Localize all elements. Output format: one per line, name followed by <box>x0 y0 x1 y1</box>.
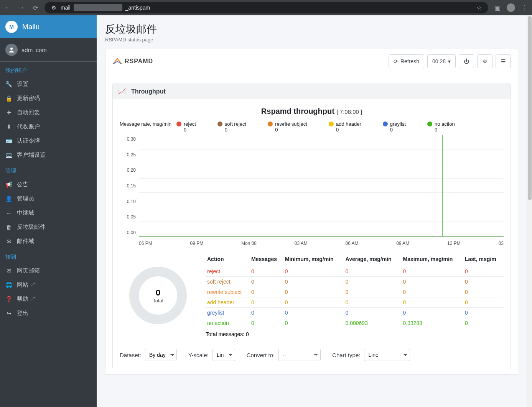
legend-name: soft reject <box>225 121 246 127</box>
refresh-label: Refresh <box>400 58 419 64</box>
table-cell: 0 <box>344 277 402 287</box>
legend-dot <box>427 121 432 126</box>
sidebar-item[interactable]: 🔒更新密码 <box>0 91 97 105</box>
sidebar-item-label: 代收账户 <box>17 123 40 130</box>
hamburger-icon: ☰ <box>501 58 506 64</box>
legend-item[interactable]: rewrite subject0 <box>268 121 307 133</box>
legend-item[interactable]: reject0 <box>176 121 196 133</box>
settings-button[interactable]: ⚙ <box>477 54 492 68</box>
sidebar-item-label: 公告 <box>17 181 28 188</box>
browser-toolbar: ← → ⟳ ⚙ mail x _antispam ☆ ▣ ⋮ <box>0 0 532 15</box>
table-header: Last, msg/m <box>463 254 504 266</box>
plane-icon: ✈ <box>5 109 12 116</box>
address-bar[interactable]: ⚙ mail x _antispam ☆ <box>44 2 488 13</box>
sidebar-item[interactable]: 🌐网站 ↗ <box>0 278 97 292</box>
panel-title: Throughput <box>131 88 166 95</box>
globe-icon: 🌐 <box>5 282 12 289</box>
chart-title: Rspamd throughput [ 7:08:00 ] <box>120 107 504 116</box>
table-cell: 0 <box>402 297 463 308</box>
sidebar-item[interactable]: ↪登出 <box>0 306 97 320</box>
table-cell: 0 <box>463 297 504 308</box>
sidebar-item[interactable]: ❓帮助 ↗ <box>0 292 97 306</box>
menu-icon[interactable]: ⋮ <box>520 3 529 12</box>
brand-logo: M <box>5 21 18 33</box>
url-prefix: mail <box>61 5 71 11</box>
table-cell: 0 <box>344 287 402 297</box>
sidebar-item[interactable]: 🔧设置 <box>0 77 97 91</box>
sidebar: M Mailu adm .com 我的账户🔧设置🔒更新密码✈自动回复⬇代收账户🪪… <box>0 15 97 407</box>
convert-select[interactable]: -- <box>278 349 321 361</box>
legend-name: greylist <box>390 121 406 127</box>
table-cell: add header <box>206 297 250 308</box>
refresh-button[interactable]: ⟳ Refresh <box>389 54 424 68</box>
dataset-select[interactable]: By day <box>145 349 177 361</box>
table-cell: 0 <box>402 308 463 318</box>
y-tick: 0.30 <box>127 136 136 142</box>
sidebar-item-label: 反垃圾邮件 <box>17 223 46 231</box>
table-header: Messages <box>250 254 283 266</box>
sidebar-item[interactable]: ✈自动回复 <box>0 105 97 120</box>
table-cell: 0 <box>283 287 344 297</box>
scrollbar[interactable] <box>527 15 532 407</box>
sidebar-item[interactable]: ✉网页邮箱 <box>0 264 97 278</box>
legend-item[interactable]: no action0 <box>427 121 455 133</box>
sidebar-item-label: 登出 <box>17 310 28 317</box>
legend-item[interactable]: greylist0 <box>383 121 406 133</box>
countdown-value: 00:28 <box>432 58 446 64</box>
nav-section-title: 管理 <box>0 162 97 177</box>
sidebar-item[interactable]: ✉邮件域 <box>0 234 97 248</box>
user-email: adm .com <box>21 47 47 53</box>
y-tick: 0.05 <box>127 214 136 220</box>
table-cell: 0 <box>283 266 344 277</box>
power-button[interactable]: ⏻ <box>459 54 474 68</box>
charttype-select[interactable]: Line <box>364 349 410 361</box>
sidebar-item-label: 自动回复 <box>17 109 40 116</box>
table-cell: 0 <box>344 266 402 277</box>
sidebar-item[interactable]: 📢公告 <box>0 177 97 192</box>
table-cell: 0 <box>250 318 283 328</box>
table-cell: 0 <box>283 308 344 318</box>
table-cell: 0 <box>250 297 283 308</box>
user-icon: 👤 <box>5 195 12 202</box>
hamburger-button[interactable]: ☰ <box>496 54 511 68</box>
legend-dot <box>383 121 388 126</box>
extensions-icon[interactable]: ▣ <box>493 3 502 12</box>
main: 反垃圾邮件 RSPAMD status page RSPAMD ⟳ Refres… <box>97 15 532 407</box>
user-row[interactable]: adm .com <box>0 38 97 62</box>
table-cell: 0 <box>463 287 504 297</box>
profile-avatar[interactable] <box>507 3 515 12</box>
table-cell: 0 <box>283 277 344 287</box>
forward-button[interactable]: → <box>17 3 26 12</box>
table-cell: 0.000693 <box>344 318 402 328</box>
legend-name: no action <box>435 121 455 127</box>
y-tick: 0.15 <box>127 183 136 189</box>
yscale-select[interactable]: Lin <box>212 349 235 361</box>
sidebar-item[interactable]: ⬇代收账户 <box>0 120 97 134</box>
table-cell: 0 <box>402 277 463 287</box>
sidebar-item[interactable]: 🪪认证令牌 <box>0 134 97 148</box>
legend-item[interactable]: add header0 <box>329 121 361 133</box>
legend-name: add header <box>336 121 361 127</box>
sidebar-item[interactable]: ↔中继域 <box>0 206 97 220</box>
sidebar-item[interactable]: 👤管理员 <box>0 192 97 206</box>
sidebar-item[interactable]: 🗑反垃圾邮件 <box>0 220 97 234</box>
rspamd-topbar: RSPAMD ⟳ Refresh 00:28 ▾ ⏻ ⚙ ☰ <box>112 54 511 68</box>
table-row: no action000.0006930.332880 <box>206 318 504 328</box>
reload-button[interactable]: ⟳ <box>31 3 40 12</box>
envelope-icon: ✉ <box>5 238 12 245</box>
bookmark-icon[interactable]: ☆ <box>475 5 483 11</box>
site-info-icon[interactable]: ⚙ <box>50 5 58 11</box>
nav-section-title: 我的账户 <box>0 62 97 77</box>
x-tick: 06 PM <box>139 241 152 246</box>
page-header: 反垃圾邮件 RSPAMD status page <box>97 15 527 49</box>
brand[interactable]: M Mailu <box>0 15 97 38</box>
legend-item[interactable]: soft reject0 <box>217 121 246 133</box>
power-icon: ⏻ <box>464 58 469 64</box>
url-suffix: _antispam <box>125 5 150 11</box>
sidebar-item[interactable]: 💻客户端设置 <box>0 148 97 162</box>
sidebar-item-label: 中继域 <box>17 209 34 217</box>
legend-count: 0 <box>225 127 227 133</box>
back-button[interactable]: ← <box>3 3 12 12</box>
charttype-label: Chart type: <box>332 352 360 358</box>
countdown-button[interactable]: 00:28 ▾ <box>427 54 456 68</box>
